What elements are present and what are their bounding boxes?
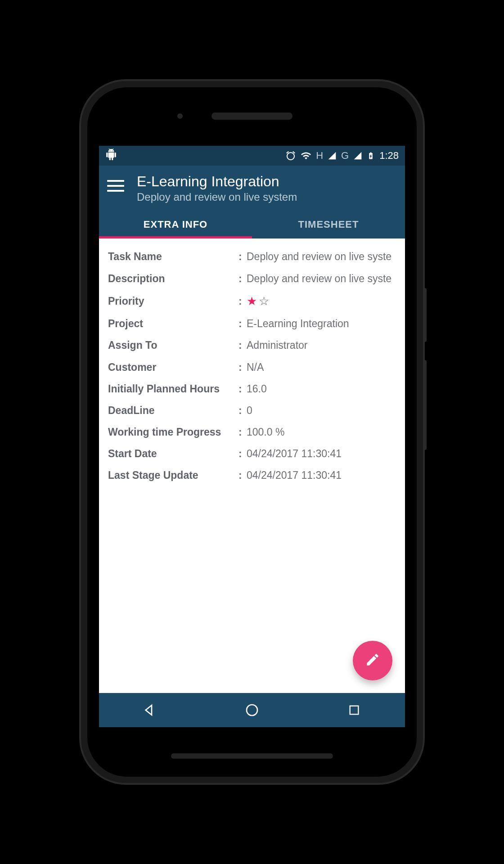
edit-fab[interactable] bbox=[353, 641, 392, 680]
speaker-top bbox=[212, 112, 292, 120]
progress-value: 100.0 % bbox=[247, 425, 284, 439]
row-priority: Priority : ★ ☆ bbox=[108, 293, 396, 309]
deadline-label: DeadLine bbox=[108, 403, 238, 418]
star-empty-icon: ☆ bbox=[259, 293, 269, 309]
power-button bbox=[423, 288, 427, 342]
volume-button bbox=[423, 360, 427, 450]
row-last-stage: Last Stage Update : 04/24/2017 11:30:41 bbox=[108, 468, 396, 482]
tab-extra-info-label: EXTRA INFO bbox=[144, 219, 207, 230]
tabs: EXTRA INFO TIMESHEET bbox=[99, 210, 405, 238]
svg-point-0 bbox=[247, 705, 257, 716]
deadline-value: 0 bbox=[247, 403, 252, 418]
project-value: E-Learning Integration bbox=[247, 316, 349, 331]
last-stage-value: 04/24/2017 11:30:41 bbox=[247, 468, 342, 482]
last-stage-label: Last Stage Update bbox=[108, 468, 238, 482]
android-icon bbox=[105, 148, 117, 163]
nav-bar bbox=[99, 693, 405, 727]
task-name-label: Task Name bbox=[108, 249, 238, 264]
customer-label: Customer bbox=[108, 360, 238, 374]
row-start-date: Start Date : 04/24/2017 11:30:41 bbox=[108, 446, 396, 461]
nav-recent[interactable] bbox=[327, 699, 381, 721]
description-label: Description bbox=[108, 271, 238, 286]
signal-icon-1 bbox=[328, 151, 337, 160]
progress-label: Working time Progress bbox=[108, 425, 238, 439]
planned-hours-label: Initially Planned Hours bbox=[108, 382, 238, 396]
nav-back[interactable] bbox=[123, 699, 177, 721]
priority-stars: ★ ☆ bbox=[247, 293, 269, 309]
phone-inner: H G 1:28 bbox=[87, 87, 417, 777]
tab-extra-info[interactable]: EXTRA INFO bbox=[99, 210, 252, 238]
row-progress: Working time Progress : 100.0 % bbox=[108, 425, 396, 439]
star-filled-icon: ★ bbox=[247, 293, 257, 309]
row-description: Description : Deploy and review on live … bbox=[108, 271, 396, 286]
camera-dot bbox=[177, 113, 183, 119]
phone-frame: H G 1:28 bbox=[81, 81, 423, 783]
svg-rect-1 bbox=[350, 706, 358, 715]
signal-icon-2 bbox=[353, 151, 362, 160]
pencil-icon bbox=[365, 652, 380, 669]
row-task-name: Task Name : Deploy and review on live sy… bbox=[108, 249, 396, 264]
planned-hours-value: 16.0 bbox=[247, 382, 267, 396]
alarm-icon bbox=[285, 150, 296, 161]
assign-to-value: Administrator bbox=[247, 338, 307, 352]
screen: H G 1:28 bbox=[99, 146, 405, 727]
row-deadline: DeadLine : 0 bbox=[108, 403, 396, 418]
start-date-value: 04/24/2017 11:30:41 bbox=[247, 446, 342, 461]
priority-label: Priority bbox=[108, 294, 238, 308]
speaker-bottom bbox=[171, 753, 333, 759]
project-label: Project bbox=[108, 316, 238, 331]
task-name-value: Deploy and review on live syste bbox=[247, 249, 392, 264]
wifi-icon bbox=[301, 150, 311, 161]
description-value: Deploy and review on live syste bbox=[247, 271, 392, 286]
network-g-label: G bbox=[341, 150, 349, 162]
nav-home[interactable] bbox=[225, 699, 279, 721]
tab-timesheet-label: TIMESHEET bbox=[298, 219, 359, 230]
row-assign-to: Assign To : Administrator bbox=[108, 338, 396, 352]
assign-to-label: Assign To bbox=[108, 338, 238, 352]
row-project: Project : E-Learning Integration bbox=[108, 316, 396, 331]
battery-charging-icon bbox=[367, 150, 375, 161]
network-h-label: H bbox=[316, 150, 323, 162]
status-time: 1:28 bbox=[379, 150, 399, 162]
content-area: Task Name : Deploy and review on live sy… bbox=[99, 238, 405, 693]
row-customer: Customer : N/A bbox=[108, 360, 396, 374]
menu-icon[interactable] bbox=[107, 177, 124, 194]
row-planned-hours: Initially Planned Hours : 16.0 bbox=[108, 382, 396, 396]
page-title: E-Learning Integration bbox=[137, 173, 297, 190]
app-bar: E-Learning Integration Deploy and review… bbox=[99, 166, 405, 210]
tab-timesheet[interactable]: TIMESHEET bbox=[252, 210, 405, 238]
page-subtitle: Deploy and review on live system bbox=[137, 191, 297, 203]
status-bar: H G 1:28 bbox=[99, 146, 405, 166]
customer-value: N/A bbox=[247, 360, 264, 374]
start-date-label: Start Date bbox=[108, 446, 238, 461]
